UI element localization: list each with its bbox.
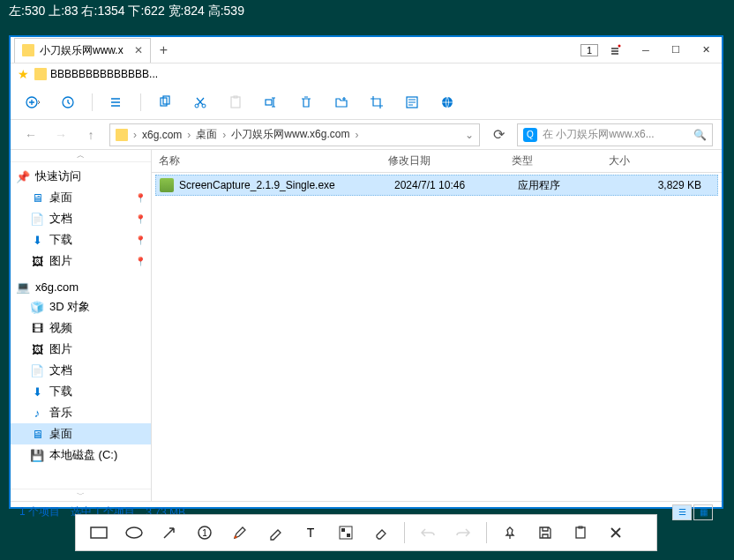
scroll-down-button[interactable]: ﹀ — [11, 489, 151, 501]
rect-tool[interactable] — [83, 519, 115, 547]
tab-active[interactable]: 小刀娱乐网www.x ✕ — [14, 38, 151, 63]
pc-icon: 💻 — [16, 280, 30, 294]
pin-icon: 📌 — [16, 169, 30, 183]
pin-icon: 📍 — [135, 257, 146, 266]
tab-close-button[interactable]: ✕ — [134, 44, 143, 56]
close-button[interactable]: ✕ — [693, 41, 718, 60]
breadcrumb-2[interactable]: 桌面 — [196, 127, 217, 142]
file-name: ScreenCapture_2.1.9_Single.exe — [179, 179, 394, 191]
file-list: 名称 修改日期 类型 大小 ScreenCapture_2.1.9_Single… — [152, 150, 722, 501]
explorer-window: 小刀娱乐网www.x ✕ + 1 ─ ☐ ✕ ★ BBBBBBBBBBBBBB.… — [9, 35, 723, 509]
scroll-up-button[interactable]: ︿ — [11, 150, 151, 162]
arrow-tool[interactable] — [154, 519, 185, 547]
maximize-button[interactable]: ☐ — [663, 41, 688, 60]
pin-icon: 📍 — [135, 235, 146, 245]
sidebar-quick-access[interactable]: 📌快速访问 — [11, 166, 151, 187]
number-tool[interactable]: 1 — [189, 519, 221, 547]
forward-button[interactable]: → — [49, 123, 72, 146]
sidebar-documents[interactable]: 📄文档📍 — [11, 208, 151, 229]
svg-rect-20 — [347, 534, 350, 537]
back-button[interactable]: ← — [19, 123, 42, 146]
search-box[interactable]: Q 在 小刀娱乐网www.x6... 🔍 — [517, 123, 713, 146]
col-name[interactable]: 名称 — [152, 153, 381, 168]
svg-rect-19 — [341, 528, 345, 532]
svg-point-0 — [618, 44, 621, 47]
exe-icon — [160, 178, 174, 192]
breadcrumb-3[interactable]: 小刀娱乐网www.x6g.com — [231, 127, 349, 142]
redo-button[interactable] — [447, 519, 479, 547]
crop-button[interactable] — [362, 90, 392, 115]
svg-rect-21 — [576, 527, 585, 538]
highlighter-tool[interactable] — [259, 519, 291, 547]
sidebar-c-drive[interactable]: 💾本地磁盘 (C:) — [11, 444, 151, 466]
mosaic-tool[interactable] — [330, 519, 362, 547]
col-size[interactable]: 大小 — [602, 153, 722, 168]
pictures-icon: 🖼 — [30, 254, 44, 268]
newfolder-button[interactable] — [326, 90, 356, 115]
pin-button[interactable] — [494, 519, 526, 547]
sidebar-desktop-2[interactable]: 🖥桌面 — [11, 423, 151, 444]
eraser-tool[interactable] — [365, 519, 397, 547]
new-button[interactable] — [18, 90, 48, 115]
file-row[interactable]: ScreenCapture_2.1.9_Single.exe 2024/7/1 … — [155, 175, 718, 196]
web-button[interactable] — [432, 90, 462, 115]
copy-button[interactable] — [150, 90, 180, 115]
cut-button[interactable] — [185, 90, 215, 115]
sidebar-thispc[interactable]: 💻x6g.com — [11, 277, 151, 296]
document-icon: 📄 — [30, 363, 44, 377]
video-icon: 🎞 — [30, 321, 44, 335]
tab-title: 小刀娱乐网www.x — [40, 43, 124, 58]
rename-button[interactable] — [256, 90, 286, 115]
desktop-icon: 🖥 — [30, 190, 44, 205]
col-type[interactable]: 类型 — [505, 153, 602, 168]
menu-button[interactable] — [603, 41, 628, 60]
search-icon: Q — [523, 128, 537, 142]
search-go-icon[interactable]: 🔍 — [693, 129, 707, 141]
file-type: 应用程序 — [518, 178, 615, 193]
status-items: 1 个项目 — [19, 504, 60, 519]
sidebar-desktop[interactable]: 🖥桌面📍 — [11, 187, 151, 208]
download-icon: ⬇ — [30, 385, 44, 399]
text-tool[interactable]: T — [295, 519, 326, 547]
tab-count-badge: 1 — [580, 44, 598, 56]
desktop-icon: 🖥 — [30, 427, 44, 441]
save-button[interactable] — [529, 519, 561, 547]
sidebar-downloads[interactable]: ⬇下载📍 — [11, 229, 151, 250]
sidebar-music[interactable]: ♪音乐 — [11, 402, 151, 423]
sidebar-pictures-2[interactable]: 🖼图片 — [11, 339, 151, 360]
sidebar-downloads-2[interactable]: ⬇下载 — [11, 381, 151, 402]
folder-icon — [22, 44, 34, 56]
list-button[interactable] — [101, 90, 131, 115]
history-button[interactable] — [53, 90, 83, 115]
delete-button[interactable] — [291, 90, 321, 115]
download-icon: ⬇ — [30, 233, 44, 247]
new-tab-button[interactable]: + — [151, 42, 176, 58]
address-bar[interactable]: › x6g.com › 桌面 › 小刀娱乐网www.x6g.com › ⌄ — [109, 123, 480, 146]
properties-button[interactable] — [397, 90, 427, 115]
view-details-button[interactable]: ☰ — [672, 504, 692, 520]
refresh-button[interactable]: ⟳ — [487, 126, 510, 143]
copy-clipboard-button[interactable] — [565, 519, 596, 547]
sidebar-documents-2[interactable]: 📄文档 — [11, 360, 151, 381]
up-button[interactable]: ↑ — [79, 123, 102, 146]
address-dropdown[interactable]: ⌄ — [465, 129, 474, 141]
sidebar-pictures[interactable]: 🖼图片📍 — [11, 250, 151, 272]
sidebar-videos[interactable]: 🎞视频 — [11, 317, 151, 339]
col-date[interactable]: 修改日期 — [381, 153, 505, 168]
column-headers: 名称 修改日期 类型 大小 — [152, 150, 722, 173]
file-date: 2024/7/1 10:46 — [394, 179, 518, 191]
ellipse-tool[interactable] — [118, 519, 150, 547]
bookmark-bar: ★ BBBBBBBBBBBBBB... — [11, 63, 722, 85]
view-icons-button[interactable]: ▦ — [693, 504, 713, 520]
close-toolbar-button[interactable] — [600, 519, 632, 547]
annotation-toolbar: 1 T — [75, 514, 657, 551]
bookmark-item[interactable]: BBBBBBBBBBBBBB... — [34, 68, 158, 80]
pen-tool[interactable] — [224, 519, 256, 547]
undo-button[interactable] — [412, 519, 444, 547]
minimize-button[interactable]: ─ — [633, 41, 658, 60]
paste-button[interactable] — [221, 90, 251, 115]
star-icon[interactable]: ★ — [18, 67, 29, 81]
sidebar-3d-objects[interactable]: 🧊3D 对象 — [11, 296, 151, 317]
breadcrumb-1[interactable]: x6g.com — [142, 129, 182, 141]
cube-icon: 🧊 — [30, 300, 44, 314]
